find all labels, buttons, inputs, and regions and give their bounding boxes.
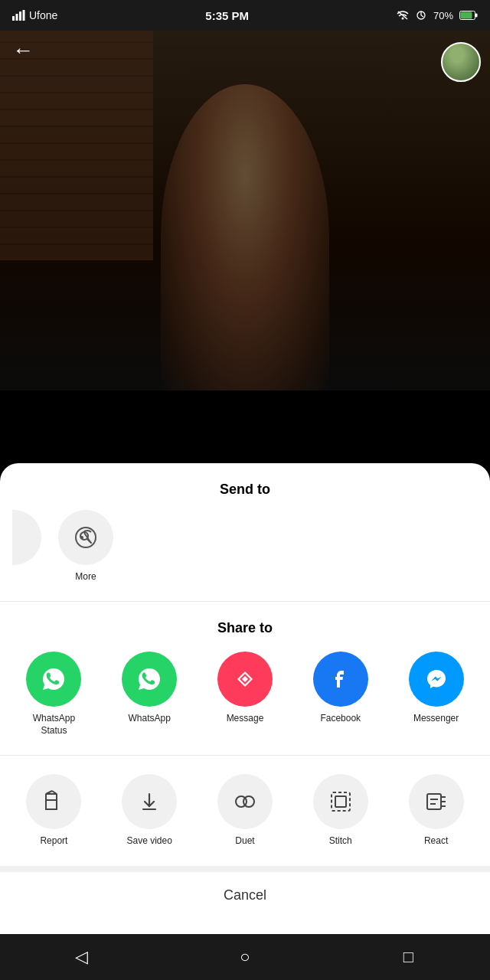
back-button[interactable]: ←: [12, 38, 34, 63]
status-bar: Ufone 5:35 PM 70%: [0, 0, 490, 31]
bottom-sheet: Send to More Share to: [0, 463, 490, 934]
share-to-title: Share to: [0, 608, 490, 652]
message-label: Message: [227, 713, 264, 725]
send-to-title: Send to: [0, 463, 490, 510]
facebook-icon: [313, 652, 368, 707]
save-video-icon: [122, 774, 177, 829]
svg-rect-31: [335, 796, 346, 807]
whatsapp-label: WhatsApp: [129, 713, 171, 725]
svg-rect-32: [427, 794, 441, 809]
share-item-messenger[interactable]: Messenger: [406, 652, 467, 737]
react-label: React: [424, 835, 448, 848]
nav-home-button[interactable]: ○: [222, 942, 268, 972]
svg-point-29: [243, 796, 254, 807]
share-item-report[interactable]: Report: [23, 774, 84, 848]
navigation-bar: ◁ ○ □: [0, 934, 490, 980]
duet-label: Duet: [235, 835, 254, 848]
divider-1: [0, 601, 490, 602]
share-item-save-video[interactable]: Save video: [119, 774, 180, 848]
messenger-icon: [409, 652, 464, 707]
whatsapp-status-label: WhatsApp Status: [23, 713, 84, 737]
react-icon: [409, 774, 464, 829]
nav-home-icon: ○: [240, 947, 250, 967]
nav-back-icon: ◁: [75, 947, 88, 967]
duet-icon: [217, 774, 273, 829]
svg-rect-30: [332, 792, 350, 811]
share-item-duet[interactable]: Duet: [214, 774, 276, 848]
svg-rect-11: [475, 14, 478, 18]
svg-line-8: [421, 15, 423, 17]
share-item-facebook[interactable]: Facebook: [310, 652, 371, 737]
share-row-2: Report Save video Duet: [0, 762, 490, 866]
share-item-react[interactable]: React: [406, 774, 467, 848]
share-item-stitch[interactable]: Stitch: [310, 774, 371, 848]
video-background: [0, 31, 490, 390]
save-video-label: Save video: [127, 835, 172, 848]
more-label: More: [75, 571, 96, 583]
svg-rect-2: [19, 11, 21, 21]
nav-recent-icon: □: [403, 947, 413, 967]
cancel-button[interactable]: Cancel: [0, 872, 490, 919]
avatar-thumbnail: [441, 42, 481, 82]
share-item-more[interactable]: More: [55, 510, 116, 583]
nav-recent-button[interactable]: □: [385, 942, 431, 972]
share-item-whatsapp[interactable]: WhatsApp: [119, 652, 180, 737]
status-icons: 70%: [397, 10, 478, 21]
svg-point-5: [401, 18, 403, 20]
message-icon: [217, 652, 273, 707]
svg-rect-3: [23, 10, 25, 21]
battery-percent: 70%: [433, 10, 453, 21]
divider-2: [0, 755, 490, 756]
carrier-info: Ufone: [12, 9, 57, 21]
cancel-divider: [0, 866, 490, 872]
whatsapp-icon: [122, 652, 177, 707]
send-to-row: More: [0, 510, 490, 602]
more-icon-circle: [58, 510, 113, 565]
svg-rect-1: [16, 14, 18, 21]
messenger-label: Messenger: [413, 713, 459, 725]
carrier-name: Ufone: [29, 9, 57, 21]
report-label: Report: [40, 835, 67, 848]
share-item-partial[interactable]: [12, 510, 43, 565]
status-time: 5:35 PM: [205, 9, 249, 22]
nav-back-button[interactable]: ◁: [59, 942, 105, 972]
stitch-icon: [313, 774, 368, 829]
share-item-message[interactable]: Message: [214, 652, 276, 737]
whatsapp-status-icon: [26, 652, 81, 707]
share-row-1: WhatsApp Status WhatsApp Message: [0, 652, 490, 755]
svg-rect-21: [46, 794, 57, 809]
share-item-whatsapp-status[interactable]: WhatsApp Status: [23, 652, 84, 737]
svg-rect-10: [461, 12, 472, 19]
stitch-label: Stitch: [329, 835, 352, 848]
report-icon: [26, 774, 81, 829]
facebook-label: Facebook: [320, 713, 361, 725]
svg-rect-0: [12, 16, 15, 21]
back-icon: ←: [12, 38, 34, 62]
